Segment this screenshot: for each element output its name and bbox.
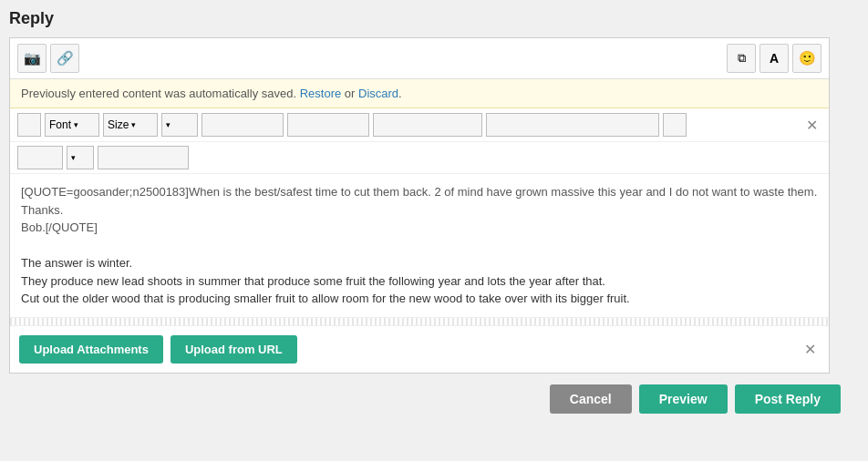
format-btn-4[interactable]: [486, 113, 659, 137]
camera-button[interactable]: 📷: [17, 44, 46, 73]
font-color-button[interactable]: A: [760, 44, 789, 73]
format-row-2: ▾: [10, 142, 829, 174]
copy-icon: ⧉: [738, 51, 746, 66]
camera-icon: 📷: [24, 50, 41, 67]
extra-dropdown-arrow: ▾: [166, 120, 170, 129]
period: .: [398, 87, 402, 100]
font-color-icon: A: [770, 51, 779, 66]
action-row: Cancel Preview Post Reply: [9, 374, 859, 425]
format-row2-btn2[interactable]: [98, 146, 189, 169]
quote-content: [QUOTE=goosander;n2500183]When is the be…: [21, 185, 817, 234]
link-button[interactable]: 🔗: [50, 44, 79, 73]
upload-url-button[interactable]: Upload from URL: [170, 335, 297, 364]
size-select-arrow: ▾: [131, 120, 136, 129]
cancel-button[interactable]: Cancel: [550, 384, 632, 414]
reply-box: 📷 🔗 ⧉ A 🙂 Previously entered content was…: [9, 37, 830, 374]
upload-close-button[interactable]: ✕: [800, 339, 820, 359]
link-icon: 🔗: [57, 50, 74, 67]
upload-section: Upload Attachments Upload from URL ✕: [10, 325, 829, 373]
preview-button[interactable]: Preview: [639, 384, 728, 414]
font-select-arrow: ▾: [74, 120, 78, 129]
format-btn-5[interactable]: [663, 113, 687, 137]
emoji-icon: 🙂: [799, 50, 816, 67]
format-close[interactable]: ✕: [801, 115, 822, 135]
discard-link[interactable]: Discard: [358, 87, 398, 100]
format-empty-1[interactable]: [17, 113, 41, 137]
format-row2-arrow: ▾: [71, 153, 76, 162]
restore-link[interactable]: Restore: [300, 87, 342, 100]
emoji-button[interactable]: 🙂: [792, 44, 822, 73]
format-btn-1[interactable]: [202, 113, 284, 137]
post-reply-button[interactable]: Post Reply: [735, 384, 841, 414]
toolbar-row: 📷 🔗 ⧉ A 🙂: [10, 38, 829, 79]
resize-handle[interactable]: [10, 318, 829, 325]
copy-button[interactable]: ⧉: [727, 44, 756, 73]
format-btn-2[interactable]: [287, 113, 369, 137]
format-row-1: Font ▾ Size ▾ ▾ ✕: [10, 108, 829, 142]
format-row2-btn1[interactable]: [17, 146, 63, 169]
upload-attachments-button[interactable]: Upload Attachments: [19, 335, 163, 364]
saved-notice: Previously entered content was automatic…: [10, 79, 829, 108]
editor-area[interactable]: [QUOTE=goosander;n2500183]When is the be…: [10, 174, 829, 318]
reply-content: The answer is winter.They produce new le…: [21, 256, 630, 305]
font-select[interactable]: Font ▾: [45, 113, 99, 137]
page-title: Reply: [9, 9, 859, 28]
format-btn-3[interactable]: [373, 113, 482, 137]
size-select[interactable]: Size ▾: [103, 113, 158, 137]
saved-notice-text: Previously entered content was automatic…: [21, 87, 296, 100]
font-select-label: Font: [49, 118, 71, 131]
size-select-label: Size: [108, 118, 129, 131]
or-label: or: [345, 87, 356, 100]
extra-dropdown[interactable]: ▾: [161, 113, 198, 137]
format-row2-select[interactable]: ▾: [67, 146, 94, 169]
